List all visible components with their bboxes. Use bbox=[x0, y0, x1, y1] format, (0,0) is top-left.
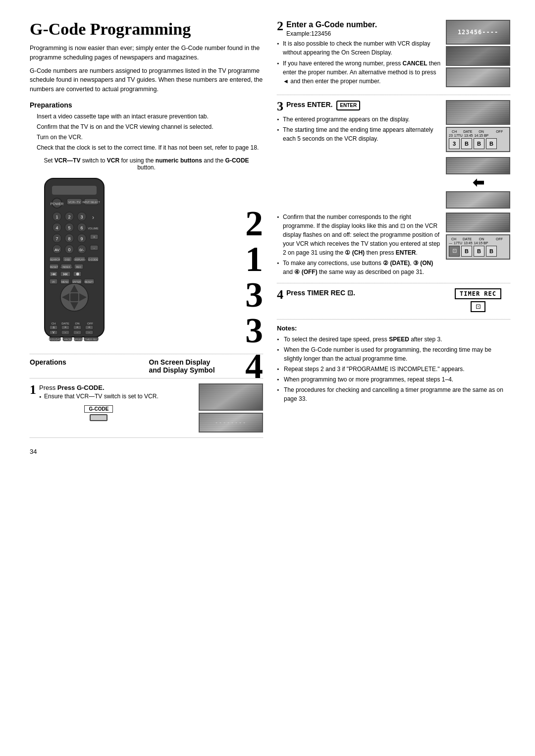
svg-text:RESET: RESET bbox=[50, 266, 58, 269]
svg-text:I/II: I/II bbox=[52, 280, 55, 283]
step3-display-flash: CH DATE ON OFF — 17TU 13:45 14:15 BP bbox=[446, 213, 510, 260]
right-step-3-num: 3 bbox=[277, 100, 283, 113]
notes-section: Notes: ● To select the desired tape spee… bbox=[277, 324, 510, 403]
svg-text:POWER: POWER bbox=[51, 202, 63, 206]
right-step-2: 2 Enter a G-Code number. Example:123456 … bbox=[277, 20, 510, 88]
svg-text:2: 2 bbox=[68, 215, 70, 219]
svg-text:OSD: OSD bbox=[65, 258, 70, 261]
svg-text:4: 4 bbox=[55, 225, 58, 230]
right-step-4: 4 Press TIMER REC ⊡. TIMER REC ⊡ bbox=[277, 288, 510, 312]
svg-text:CH: CH bbox=[52, 322, 56, 325]
svg-text:8: 8 bbox=[68, 236, 70, 241]
svg-text:9: 9 bbox=[80, 236, 83, 241]
op-step-1-instruction: Press Press G-CODE. bbox=[39, 383, 159, 392]
page-number-display: 34 bbox=[30, 448, 510, 455]
svg-text:⏭: ⏭ bbox=[63, 271, 68, 276]
right-step-2-title: Enter a G-Code number. bbox=[286, 20, 377, 30]
step3-bullet-4: ● To make any corrections, use buttons ②… bbox=[277, 259, 441, 276]
svg-text:VOLUME: VOLUME bbox=[88, 227, 99, 230]
svg-text:1: 1 bbox=[55, 215, 58, 219]
op-step-1-screen: -------- bbox=[199, 383, 263, 432]
vcr-display-1: CH DATE ON OFF 23 17TU 13:45 14:15 BP bbox=[446, 127, 510, 152]
svg-text:0/-: 0/- bbox=[79, 248, 84, 252]
svg-text:OFF: OFF bbox=[87, 322, 93, 325]
step4-timer-display: TIMER REC ⊡ bbox=[446, 288, 510, 312]
remote-step-3a: 3 bbox=[245, 277, 263, 313]
svg-text:6: 6 bbox=[80, 225, 83, 230]
op-step-1-sub: ● Ensure that VCR—TV switch is set to VC… bbox=[39, 392, 159, 401]
step4-divider bbox=[277, 319, 510, 320]
svg-text:SPEED: SPEED bbox=[74, 338, 83, 341]
operations-col-title: Operations bbox=[30, 358, 144, 374]
step2-screens: 123456---- bbox=[446, 20, 510, 87]
step-numbers-column: 2 1 3 3 4 bbox=[245, 176, 263, 344]
prep-item-1: Insert a video cassette tape with an int… bbox=[30, 112, 263, 121]
section-divider-ops2 bbox=[30, 378, 263, 378]
step3-bullet-3: ● Confirm that the number corresponds to… bbox=[277, 213, 441, 257]
prep-item-3: Turn on the VCR. bbox=[30, 133, 263, 142]
step3-bullet-1: ● The entered programme appears on the d… bbox=[277, 115, 441, 124]
section-divider-bottom bbox=[30, 437, 263, 438]
notes-bullet-3: ● Repeat steps 2 and 3 if "PROGRAMME IS … bbox=[277, 365, 510, 374]
step3-display-top: CH DATE ON OFF 23 17TU 13:45 14:15 BP bbox=[446, 100, 510, 152]
enter-button-inline: ENTER bbox=[336, 101, 360, 110]
step2-bullet-2: ● If you have entered the wrong number, … bbox=[277, 59, 441, 86]
section-divider-ops bbox=[30, 354, 263, 354]
op-step-1-content: 1 Press Press G-CODE. ● Ensure that VCR—… bbox=[30, 383, 194, 423]
prep-item-2: Confirm that the TV is on and the VCR vi… bbox=[30, 122, 263, 131]
on-screen-display-col-title: On Screen Displayand Display Symbol bbox=[149, 358, 264, 374]
svg-text:AV: AV bbox=[54, 248, 60, 252]
step3-bullet-2: ● The starting time and the ending time … bbox=[277, 125, 441, 143]
svg-text:+: + bbox=[88, 325, 90, 329]
remote-section: POWER VCR--TV INPUT SELECT 1 2 3 bbox=[35, 176, 263, 346]
svg-text:←INDEX→: ←INDEX→ bbox=[60, 266, 72, 269]
remote-control-image: POWER VCR--TV INPUT SELECT 1 2 3 bbox=[35, 176, 243, 346]
preparations-heading: Preparations bbox=[30, 101, 263, 109]
step3-arrow: ⬅ bbox=[473, 176, 484, 190]
step3-arrow-section: ⬅ bbox=[277, 157, 510, 209]
svg-text:+: + bbox=[76, 325, 78, 329]
svg-text:5: 5 bbox=[68, 225, 70, 230]
preparations-list: Insert a video cassette tape with an int… bbox=[30, 112, 263, 152]
notes-bullet-2: ● When the G-Code number is used for pro… bbox=[277, 345, 510, 363]
right-step-3-title: Press ENTER. ENTER bbox=[286, 100, 360, 110]
timer-rec-symbol-box: ⊡ bbox=[471, 301, 485, 312]
svg-text:TIMER REC: TIMER REC bbox=[84, 338, 98, 341]
svg-text:INPUT SELECT: INPUT SELECT bbox=[82, 201, 100, 204]
vcr-display-flash: CH DATE ON OFF — 17TU 13:45 14:15 BP bbox=[446, 234, 510, 260]
svg-text:PROG/DATE: PROG/DATE bbox=[48, 338, 62, 341]
operations-headers: Operations On Screen Displayand Display … bbox=[30, 358, 263, 374]
right-column: 2 Enter a G-Code number. Example:123456 … bbox=[277, 20, 510, 438]
svg-text:VCR--TV: VCR--TV bbox=[68, 201, 80, 204]
svg-text:⏺: ⏺ bbox=[75, 271, 80, 276]
notes-bullet-1: ● To select the desired tape speed, pres… bbox=[277, 335, 510, 344]
svg-text:+: + bbox=[64, 325, 66, 329]
step2-divider bbox=[277, 95, 510, 95]
vcr-switch-note: Set VCR—TV switch to VCR for using the n… bbox=[40, 157, 253, 171]
left-column: G-Code Programming Programming is now ea… bbox=[30, 20, 263, 438]
op-step-1: 1 Press Press G-CODE. ● Ensure that VCR—… bbox=[30, 383, 263, 432]
svg-rect-1 bbox=[52, 186, 97, 195]
page-title: G-Code Programming bbox=[30, 20, 263, 39]
svg-text:REC: REC bbox=[76, 266, 82, 269]
right-step-4-title: Press TIMER REC ⊡. bbox=[286, 288, 355, 298]
svg-text:⏮: ⏮ bbox=[52, 271, 56, 276]
svg-text:SEARCH: SEARCH bbox=[50, 258, 60, 261]
svg-rect-71 bbox=[70, 293, 78, 301]
svg-text:DISPLAY+: DISPLAY+ bbox=[74, 258, 86, 261]
svg-text:CANCEL: CANCEL bbox=[62, 338, 73, 341]
svg-text:∧: ∧ bbox=[53, 325, 55, 329]
step3-continued: ● Confirm that the number corresponds to… bbox=[277, 213, 510, 278]
step3-arrow-screens: ⬅ bbox=[446, 157, 510, 209]
svg-text:7: 7 bbox=[55, 236, 58, 241]
intro-para-2: G-Code numbers are numbers assigned to p… bbox=[30, 66, 263, 94]
notes-bullet-4: ● When programming two or more programme… bbox=[277, 375, 510, 384]
right-step-4-num: 4 bbox=[277, 288, 283, 301]
gcode-button-rect bbox=[90, 414, 107, 421]
step3-divider bbox=[277, 283, 510, 283]
remote-step-3b: 3 bbox=[245, 313, 263, 348]
op-step-1-num: 1 bbox=[30, 383, 36, 396]
remote-svg: POWER VCR--TV INPUT SELECT 1 2 3 bbox=[35, 176, 114, 344]
step2-bullet-1: ● It is also possible to check the numbe… bbox=[277, 39, 441, 57]
svg-text:∨: ∨ bbox=[52, 330, 55, 334]
